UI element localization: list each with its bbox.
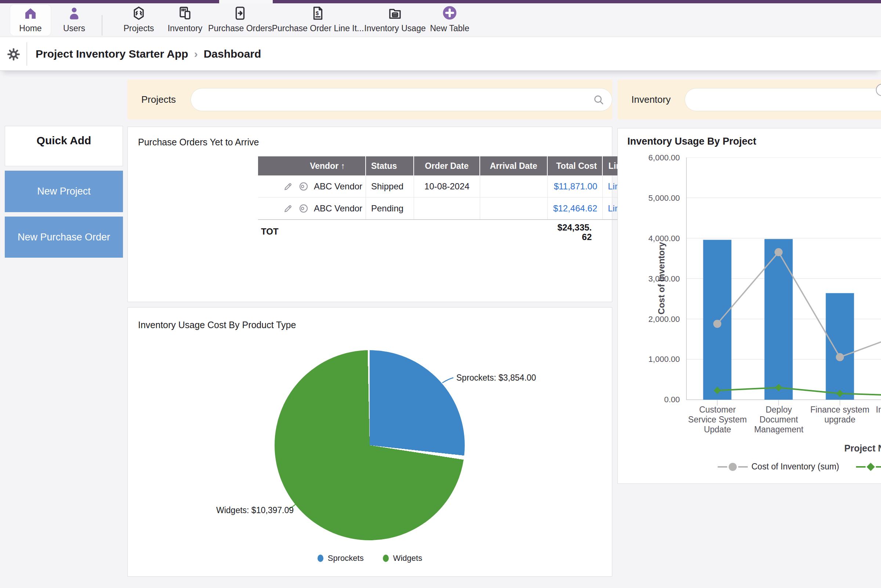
table-nav-bar: Home Users Projects Inventory <box>0 3 881 37</box>
total-cost-link[interactable]: $12,464.62 <box>548 198 603 219</box>
tab-inventory-usage[interactable]: Inventory Usage <box>366 5 424 36</box>
x-category-label: Deploy Document Management <box>747 405 811 435</box>
inventory-search-label: Inventory <box>631 94 671 105</box>
column-header-total-cost[interactable]: Total Cost <box>548 156 603 176</box>
tab-purchase-orders[interactable]: Purchase Orders <box>211 5 269 36</box>
pie-legend: Sprockets Widgets <box>128 554 612 563</box>
column-header-status[interactable]: Status <box>366 156 414 176</box>
total-label: TOT <box>258 223 545 242</box>
y-tick-label: 1,000.00 <box>621 354 680 364</box>
y-tick-label: 3,000.00 <box>621 274 680 284</box>
x-category-label: Finance system upgrade <box>803 405 876 424</box>
new-project-button[interactable]: New Project <box>5 171 123 212</box>
tab-users[interactable]: Users <box>47 5 102 36</box>
header-divider <box>26 42 27 66</box>
column-header-order-date[interactable]: Order Date <box>414 156 480 176</box>
vendor-cell: ABC Vendor <box>258 176 366 197</box>
green-diamond-marker <box>867 462 875 471</box>
vendor-cell: ABC Vendor <box>258 198 366 219</box>
tab-label: Home <box>19 24 42 33</box>
column-header-arrival-date[interactable]: Arrival Date <box>480 156 548 176</box>
eye-icon[interactable] <box>299 182 309 192</box>
quick-add-card: Quick Add <box>5 126 123 166</box>
pie-callout-widgets: Widgets: $10,397.09 <box>216 506 286 515</box>
y-axis-title: Cost of Inventory <box>656 223 666 333</box>
legend-item-widgets[interactable]: Widgets <box>383 554 422 563</box>
pie-callout-sprockets: Sprockets: $3,854.00 <box>456 373 536 383</box>
tab-inventory[interactable]: Inventory <box>156 5 215 36</box>
bar-chart-title: Inventory Usage By Project <box>627 136 756 147</box>
tab-new-table[interactable]: New Table <box>420 5 479 36</box>
inventory-icon <box>177 5 193 21</box>
status-cell: Pending <box>366 198 414 219</box>
page-title: Dashboard <box>204 48 261 60</box>
x-axis-title: Project Name <box>844 443 881 454</box>
order-date-cell: 10-08-2024 <box>414 176 480 197</box>
y-tick-label: 6,000.00 <box>621 153 680 163</box>
nav-divider <box>102 15 102 36</box>
tab-label: Purchase Order Line It... <box>272 24 364 33</box>
pie-callout-lines <box>128 307 612 577</box>
sort-ascending-icon: ↑ <box>341 161 345 171</box>
purchase-orders-icon <box>233 5 248 21</box>
table-row: ABC Vendor Shipped 10-08-2024 $11,871.00… <box>258 176 656 198</box>
tab-label: New Table <box>430 24 470 33</box>
tab-label: Inventory Usage <box>364 24 425 33</box>
svg-text:$: $ <box>316 10 319 16</box>
po-table-title: Purchase Orders Yet to Arrive <box>138 137 259 147</box>
accent-segment-right <box>273 0 881 3</box>
table-total-row: TOT $24,335. 62 <box>258 219 656 242</box>
y-tick-label: 5,000.00 <box>621 194 680 203</box>
app-header: Project Inventory Starter App › Dashboar… <box>0 37 881 71</box>
projects-search-input[interactable] <box>191 88 612 111</box>
inventory-search-panel: Inventory <box>617 80 881 119</box>
projects-search-label: Projects <box>141 94 176 105</box>
column-header-vendor[interactable]: Vendor ↑ <box>258 156 366 176</box>
projects-search-pill <box>191 88 612 111</box>
x-category-label: In <box>876 405 881 415</box>
legend-item-avg-inventory[interactable]: Avg Inventory <box>856 462 881 472</box>
bar-chart-legend: Cost of Inventory (sum) Avg Inventory <box>717 462 881 472</box>
accent-segment-left <box>0 0 219 3</box>
breadcrumb-chevron-icon: › <box>194 48 198 60</box>
projects-icon <box>131 5 147 21</box>
projects-search-panel: Projects <box>128 80 612 119</box>
y-tick-label: 4,000.00 <box>621 234 680 243</box>
inventory-search-input[interactable] <box>685 88 881 111</box>
tab-purchase-order-line-items[interactable]: $ Purchase Order Line It... <box>281 5 354 36</box>
inventory-search-pill <box>684 88 881 111</box>
home-icon <box>23 5 38 21</box>
app-window: Home Users Projects Inventory <box>0 0 881 588</box>
po-table-panel: Purchase Orders Yet to Arrive Vendor ↑ S… <box>128 127 612 302</box>
po-table: Vendor ↑ Status Order Date Arrival Date … <box>258 156 656 242</box>
po-line-items-icon: $ <box>310 5 326 21</box>
legend-item-sprockets[interactable]: Sprockets <box>318 554 364 563</box>
widgets-legend-dot <box>383 555 389 562</box>
tab-label: Users <box>63 24 85 33</box>
x-category-label: Customer Service System Update <box>685 405 750 435</box>
search-icon[interactable] <box>593 94 605 106</box>
po-table-header-row: Vendor ↑ Status Order Date Arrival Date … <box>258 156 656 176</box>
legend-item-cost-of-inventory-sum[interactable]: Cost of Inventory (sum) <box>717 462 839 472</box>
tab-label: Purchase Orders <box>208 24 272 33</box>
edit-pencil-icon[interactable] <box>283 203 293 214</box>
tab-home[interactable]: Home <box>10 5 51 36</box>
top-accent-bar <box>0 0 881 3</box>
users-icon <box>66 5 82 21</box>
bar-line-chart[interactable] <box>686 158 881 411</box>
y-tick-label: 0.00 <box>621 395 680 405</box>
inventory-usage-icon <box>387 5 403 21</box>
new-purchase-order-button[interactable]: New Purchase Order <box>5 216 123 258</box>
total-cost-link[interactable]: $11,871.00 <box>548 176 603 197</box>
order-date-cell <box>414 198 480 219</box>
arrival-date-cell <box>480 176 548 197</box>
status-cell: Shipped <box>366 176 414 197</box>
settings-gear-icon[interactable] <box>7 47 21 61</box>
sprockets-legend-dot <box>318 555 323 562</box>
table-row: ABC Vendor Pending $12,464.62 Line Items <box>258 198 656 219</box>
tab-label: Inventory <box>168 24 203 33</box>
eye-icon[interactable] <box>299 203 309 214</box>
edit-pencil-icon[interactable] <box>283 182 293 192</box>
breadcrumb: Project Inventory Starter App › Dashboar… <box>36 37 261 71</box>
breadcrumb-app-title[interactable]: Project Inventory Starter App <box>36 48 188 60</box>
